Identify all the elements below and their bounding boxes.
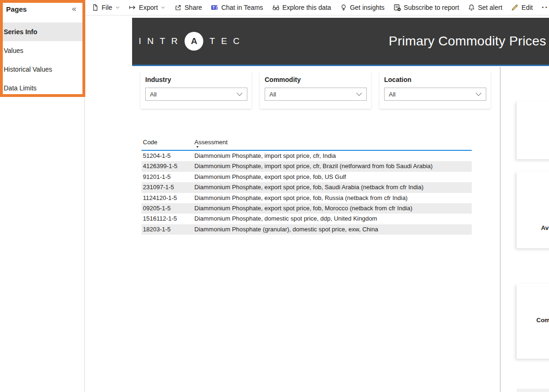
chevron-down-icon bbox=[161, 5, 165, 10]
share-icon bbox=[174, 4, 182, 11]
code-cell: 1124120-1-5 bbox=[141, 193, 194, 203]
chevron-down-icon bbox=[475, 90, 482, 98]
code-cell: 51204-1-5 bbox=[141, 151, 194, 161]
bell-icon bbox=[468, 4, 475, 11]
commodity-filter-card: Commodity All bbox=[260, 71, 371, 109]
edit-button[interactable]: Edit bbox=[511, 4, 533, 11]
pages-title: Pages bbox=[6, 5, 27, 13]
explore-this-data-button[interactable]: Explore this data bbox=[272, 4, 331, 11]
assessment-cell: Diammonium Phosphate, export spot price,… bbox=[194, 193, 472, 203]
code-cell: 1516112-1-5 bbox=[141, 214, 194, 224]
commodity-dropdown-value: All bbox=[269, 91, 276, 98]
industry-dropdown[interactable]: All bbox=[145, 88, 247, 101]
logo-letters-left: INTR bbox=[139, 36, 184, 46]
code-cell: 09205-1-5 bbox=[141, 203, 194, 214]
set-alert-button[interactable]: Set alert bbox=[468, 4, 502, 11]
table-row[interactable]: 4126399-1-5 Diammonium Phosphate, import… bbox=[141, 161, 472, 171]
report-title: Primary Commodity Prices bbox=[389, 34, 546, 49]
intratec-logo: INTR A TEC bbox=[139, 32, 245, 51]
chevron-down-icon bbox=[356, 90, 362, 98]
right-card-2-title: Av bbox=[541, 224, 549, 231]
table-row[interactable]: 1516112-1-5 Diammonium Phosphate, domest… bbox=[141, 214, 472, 224]
table-header-row: Code Assessment ▼ bbox=[141, 137, 472, 151]
logo-letters-right: TEC bbox=[209, 36, 245, 46]
right-partial-card-2: Av bbox=[517, 171, 549, 248]
file-label: File bbox=[102, 4, 112, 11]
file-icon bbox=[92, 4, 99, 11]
report-section-divider bbox=[500, 67, 501, 392]
collapse-pane-icon[interactable]: « bbox=[72, 4, 76, 14]
lightbulb-icon bbox=[340, 4, 347, 11]
more-icon: ··· bbox=[542, 3, 549, 12]
get-insights-label: Get insights bbox=[350, 4, 385, 11]
location-filter-label: Location bbox=[384, 76, 486, 83]
chat-in-teams-button[interactable]: T Chat in Teams bbox=[211, 4, 263, 11]
column-header-code[interactable]: Code bbox=[141, 137, 194, 150]
commodity-dropdown[interactable]: All bbox=[265, 88, 367, 101]
edit-label: Edit bbox=[521, 4, 533, 11]
column-header-assessment[interactable]: Assessment bbox=[194, 137, 472, 150]
table-row[interactable]: 18203-1-5 Diammonium Phosphate (granular… bbox=[141, 224, 472, 235]
pages-list: Series Info Values Historical Values Dat… bbox=[0, 22, 84, 97]
assessment-cell: Diammonium Phosphate, export spot price,… bbox=[194, 203, 472, 214]
report-action-toolbar: File Export Share T Chat in Teams bbox=[85, 0, 549, 15]
sidebar-item-label: Values bbox=[4, 47, 23, 54]
subscribe-to-report-button[interactable]: Subscribe to report bbox=[393, 4, 459, 11]
sort-descending-icon: ▼ bbox=[196, 145, 199, 148]
right-partial-card-3: Comm bbox=[517, 284, 549, 359]
chevron-down-icon bbox=[237, 90, 243, 98]
sidebar-item-label: Historical Values bbox=[4, 66, 52, 73]
pages-sidebar: Pages « Series Info Values Historical Va… bbox=[0, 0, 85, 392]
location-filter-card: Location All bbox=[379, 71, 490, 109]
share-label: Share bbox=[185, 4, 202, 11]
sidebar-item-historical-values[interactable]: Historical Values bbox=[0, 60, 84, 79]
assessment-cell: Diammonium Phosphate, domestic spot pric… bbox=[194, 214, 472, 224]
code-cell: 91201-1-5 bbox=[141, 172, 194, 182]
svg-text:T: T bbox=[213, 5, 215, 10]
more-options-button[interactable]: ··· bbox=[542, 3, 549, 12]
export-icon bbox=[129, 4, 136, 11]
explore-this-data-label: Explore this data bbox=[282, 4, 331, 11]
location-dropdown[interactable]: All bbox=[384, 88, 486, 101]
sidebar-item-label: Series Info bbox=[4, 28, 37, 36]
table-row[interactable]: 1124120-1-5 Diammonium Phosphate, export… bbox=[141, 193, 472, 203]
teams-icon: T bbox=[211, 4, 218, 11]
code-cell: 4126399-1-5 bbox=[141, 161, 194, 171]
sidebar-item-series-info[interactable]: Series Info bbox=[0, 22, 84, 41]
export-menu-button[interactable]: Export bbox=[129, 4, 165, 11]
report-banner: INTR A TEC Primary Commodity Prices bbox=[132, 18, 549, 66]
assessment-cell: Diammonium Phosphate, export spot price,… bbox=[194, 182, 472, 192]
sidebar-item-label: Data Limits bbox=[4, 84, 37, 92]
commodity-filter-label: Commodity bbox=[265, 76, 367, 83]
table-row[interactable]: 91201-1-5 Diammonium Phosphate, export s… bbox=[141, 172, 472, 182]
industry-dropdown-value: All bbox=[150, 91, 156, 98]
sidebar-item-values[interactable]: Values bbox=[0, 41, 84, 60]
assessment-cell: Diammonium Phosphate (granular), domesti… bbox=[194, 224, 472, 235]
share-button[interactable]: Share bbox=[174, 4, 202, 11]
assessment-cell: Diammonium Phosphate, export spot price,… bbox=[194, 172, 472, 182]
export-label: Export bbox=[139, 4, 158, 11]
right-partial-card-4-edge bbox=[517, 389, 549, 392]
table-row[interactable]: 09205-1-5 Diammonium Phosphate, export s… bbox=[141, 203, 472, 214]
report-viewer-page: Pages « Series Info Values Historical Va… bbox=[0, 0, 549, 392]
pencil-icon bbox=[511, 4, 519, 11]
sidebar-item-data-limits[interactable]: Data Limits bbox=[0, 79, 84, 97]
right-partial-card-1 bbox=[517, 101, 549, 159]
pages-sidebar-header: Pages « bbox=[0, 0, 84, 22]
industry-filter-card: Industry All bbox=[141, 71, 252, 109]
set-alert-label: Set alert bbox=[478, 4, 502, 11]
explore-icon bbox=[272, 4, 280, 11]
assessment-cell: Diammonium Phosphate, import spot price,… bbox=[194, 151, 472, 161]
table-row[interactable]: 231097-1-5 Diammonium Phosphate, export … bbox=[141, 182, 472, 192]
subscribe-icon bbox=[393, 4, 401, 11]
series-info-table: Code Assessment ▼ 51204-1-5 Diammonium P… bbox=[141, 137, 472, 235]
table-row[interactable]: 51204-1-5 Diammonium Phosphate, import s… bbox=[141, 151, 472, 161]
location-dropdown-value: All bbox=[389, 91, 395, 98]
file-menu-button[interactable]: File bbox=[92, 4, 120, 11]
industry-filter-label: Industry bbox=[145, 76, 247, 83]
get-insights-button[interactable]: Get insights bbox=[340, 4, 385, 11]
chat-in-teams-label: Chat in Teams bbox=[221, 4, 263, 11]
code-cell: 231097-1-5 bbox=[141, 182, 194, 192]
subscribe-to-report-label: Subscribe to report bbox=[404, 4, 459, 11]
assessment-cell: Diammonium Phosphate, import spot price,… bbox=[194, 161, 472, 171]
